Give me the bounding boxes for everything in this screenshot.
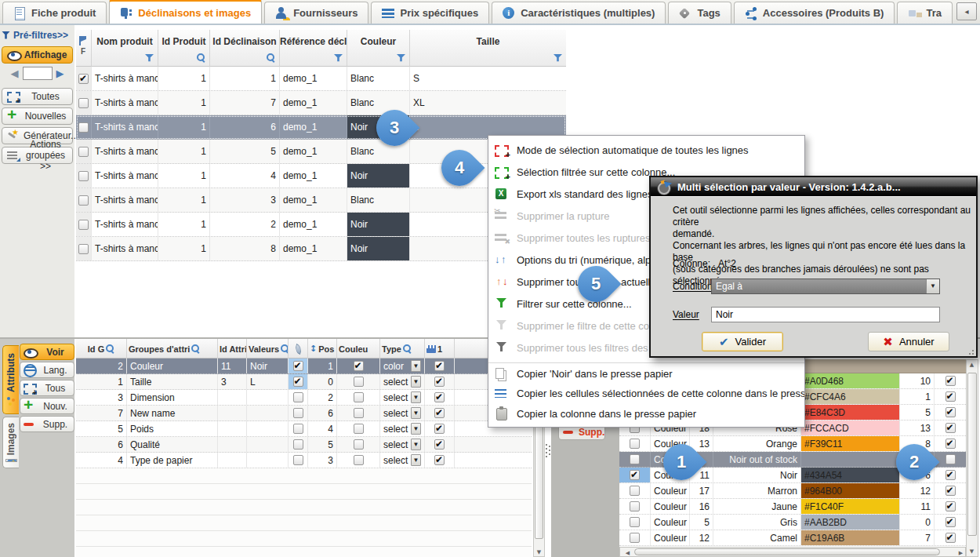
sidebar-button[interactable]: Nouvelles <box>2 107 73 125</box>
scroll-right-icon[interactable]: ▶ <box>956 550 966 556</box>
cell-pos[interactable]: 5 <box>308 437 337 452</box>
tab[interactable]: Tags <box>668 2 731 24</box>
cell-checkbox[interactable] <box>619 499 651 514</box>
cell-id-attrib[interactable]: 11 <box>218 359 247 373</box>
cell-checkbox[interactable] <box>619 452 651 467</box>
cell-checkbox-2[interactable] <box>935 468 966 482</box>
cell-pos[interactable]: 3 <box>308 453 337 468</box>
cell-num[interactable]: 7 <box>900 530 935 545</box>
color-row[interactable]: Couleur 5 Gris #AAB2BD 0 <box>619 515 966 530</box>
cell-name[interactable]: Marron <box>713 483 801 498</box>
cell-feather-checkbox[interactable] <box>289 437 308 452</box>
panel-button[interactable]: Voir <box>20 344 74 360</box>
cell-num[interactable]: 5 <box>900 405 935 420</box>
feather-checkbox[interactable] <box>293 361 303 371</box>
header-type[interactable]: Type <box>380 339 425 359</box>
cell-pos[interactable]: 1 <box>308 359 337 373</box>
search-icon[interactable] <box>106 344 114 353</box>
tab-images[interactable]: Images <box>2 417 19 468</box>
panel-button[interactable]: Tous <box>20 380 74 396</box>
scroll-down-icon[interactable]: ▼ <box>534 549 544 555</box>
cell-id-attrib[interactable] <box>218 406 247 420</box>
cell-nom-produit[interactable]: T-shirts à manches c <box>92 188 158 212</box>
affichage-button[interactable]: Affichage <box>2 46 73 64</box>
cell-group[interactable]: New name <box>127 406 218 420</box>
feather-checkbox[interactable] <box>293 408 303 418</box>
panel-button[interactable]: Nouv. <box>20 398 74 414</box>
column-filter-icon[interactable] <box>145 54 154 62</box>
cell-id-g[interactable]: 5 <box>76 421 127 436</box>
cell-id-attrib[interactable] <box>218 453 247 468</box>
row-checkbox[interactable] <box>630 517 640 527</box>
cell-id-attrib[interactable]: 3 <box>218 374 247 389</box>
cell-id-produit[interactable]: 1 <box>158 164 210 187</box>
cell-shop-checkbox[interactable] <box>425 374 455 389</box>
type-dropdown[interactable]: select ▼ <box>383 423 421 435</box>
cell-shop-checkbox[interactable] <box>425 359 455 373</box>
cell-type[interactable]: select ▼ <box>380 437 425 452</box>
cell-couleur[interactable]: Noir <box>347 164 410 187</box>
row-checkbox-2[interactable] <box>946 486 956 496</box>
row-checkbox[interactable] <box>630 439 640 449</box>
cell-num[interactable]: 11 <box>900 499 935 514</box>
cell-id-g[interactable]: 4 <box>76 453 127 468</box>
resize-grip[interactable] <box>967 348 974 355</box>
cell-couleur-checkbox[interactable] <box>337 421 380 436</box>
dialog-title-bar[interactable]: Multi sélection par valeur - Version: 1.… <box>651 177 976 196</box>
cell-checkbox-2[interactable] <box>935 389 966 404</box>
cell-num[interactable]: 0 <box>900 515 935 530</box>
cell-pos[interactable]: 2 <box>308 390 337 405</box>
condition-select[interactable]: Egal à ▼ <box>711 278 940 294</box>
row-checkbox-2[interactable] <box>946 533 956 543</box>
colors-vertical-scrollbar[interactable]: ▲ ▼ <box>966 359 978 557</box>
cell-type[interactable]: color ▼ <box>380 359 425 373</box>
search-icon[interactable] <box>281 344 286 353</box>
cell-shop-checkbox[interactable] <box>425 421 455 436</box>
header-feather[interactable] <box>289 339 308 359</box>
cell-nom-produit[interactable]: T-shirts à manches c <box>92 115 158 139</box>
cell-group[interactable]: Couleur <box>651 530 690 545</box>
cell-hex[interactable]: #F1C40F <box>801 499 900 514</box>
cell-group[interactable]: Couleur <box>651 499 690 514</box>
attribute-row[interactable]: 4 Type de papier 3 select ▼ <box>76 453 532 468</box>
scrollbar-thumb[interactable] <box>967 373 977 536</box>
cell-couleur[interactable]: Blanc <box>347 67 410 90</box>
cell-valeur[interactable] <box>247 390 289 405</box>
cell-nom-produit[interactable]: T-shirts à manches c <box>92 237 158 260</box>
row-checkbox-2[interactable] <box>946 439 956 449</box>
couleur-checkbox[interactable] <box>354 424 364 434</box>
dropdown-arrow-icon[interactable]: ▼ <box>411 454 421 466</box>
cell-id-g[interactable]: 1 <box>76 374 127 389</box>
feather-checkbox[interactable] <box>293 455 303 465</box>
row-checkbox[interactable] <box>630 501 640 511</box>
type-dropdown[interactable]: select ▼ <box>383 391 421 404</box>
dropdown-arrow-icon[interactable]: ▼ <box>411 391 421 403</box>
cell-id-declinaison[interactable]: 2 <box>210 213 280 236</box>
cell-couleur-checkbox[interactable] <box>337 453 380 468</box>
header-flag-column[interactable]: F <box>76 30 92 67</box>
valider-button[interactable]: ✔ Valider <box>702 332 783 351</box>
cell-couleur-checkbox[interactable] <box>337 437 380 452</box>
cell-name[interactable]: Noir out of stock <box>713 452 801 467</box>
row-checkbox-2[interactable] <box>946 454 956 464</box>
header-groupes[interactable]: Groupes d'attri <box>127 339 218 359</box>
column-header-id-produit[interactable]: Id Produit <box>158 30 210 67</box>
cell-name[interactable]: Camel <box>713 530 801 545</box>
variation-row[interactable]: T-shirts à manches c 1 7 demo_1 Blanc XL <box>76 91 566 115</box>
cell-num[interactable]: 10 <box>900 373 935 388</box>
cell-shop-checkbox[interactable] <box>425 437 455 452</box>
cell-reference[interactable]: demo_1 <box>280 67 347 90</box>
row-checkbox[interactable] <box>78 244 89 254</box>
row-checkbox[interactable] <box>78 147 89 157</box>
cell-id-attrib[interactable] <box>218 437 247 452</box>
header-id-g[interactable]: Id G <box>76 339 127 359</box>
cell-type[interactable]: select ▼ <box>380 453 425 468</box>
feather-checkbox[interactable] <box>293 392 303 402</box>
next-page-arrow[interactable]: ▶ <box>56 67 64 79</box>
column-search-icon[interactable] <box>197 53 205 62</box>
cell-id[interactable]: 17 <box>690 483 713 498</box>
splitter-grip[interactable] <box>546 444 551 463</box>
row-checkbox-2[interactable] <box>946 470 956 480</box>
cell-id[interactable]: 16 <box>690 499 713 514</box>
cell-valeur[interactable]: L <box>247 374 289 389</box>
